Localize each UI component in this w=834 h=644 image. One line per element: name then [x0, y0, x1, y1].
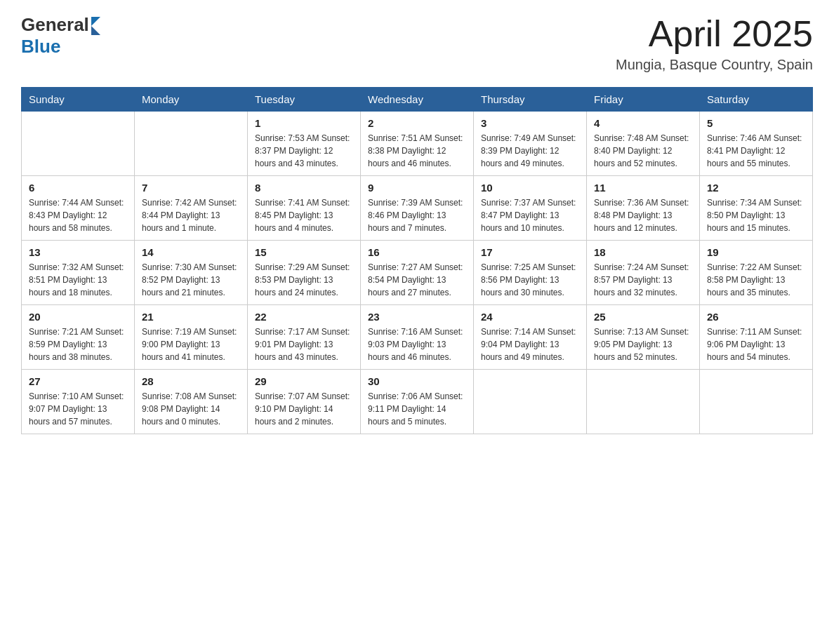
day-info: Sunrise: 7:07 AM Sunset: 9:10 PM Dayligh…	[255, 390, 353, 428]
day-number: 25	[594, 311, 692, 323]
calendar-cell: 24Sunrise: 7:14 AM Sunset: 9:04 PM Dayli…	[474, 305, 587, 370]
calendar-cell: 11Sunrise: 7:36 AM Sunset: 8:48 PM Dayli…	[587, 176, 700, 241]
day-info: Sunrise: 7:36 AM Sunset: 8:48 PM Dayligh…	[594, 196, 692, 234]
calendar-cell: 3Sunrise: 7:49 AM Sunset: 8:39 PM Daylig…	[474, 112, 587, 176]
day-number: 7	[142, 182, 240, 194]
calendar-cell: 15Sunrise: 7:29 AM Sunset: 8:53 PM Dayli…	[248, 241, 361, 305]
day-info: Sunrise: 7:19 AM Sunset: 9:00 PM Dayligh…	[142, 326, 240, 363]
day-info: Sunrise: 7:27 AM Sunset: 8:54 PM Dayligh…	[368, 261, 466, 299]
day-info: Sunrise: 7:11 AM Sunset: 9:06 PM Dayligh…	[707, 326, 805, 363]
day-info: Sunrise: 7:25 AM Sunset: 8:56 PM Dayligh…	[481, 261, 579, 299]
calendar-cell: 14Sunrise: 7:30 AM Sunset: 8:52 PM Dayli…	[135, 241, 248, 305]
day-number: 6	[29, 182, 127, 194]
header-row: Sunday Monday Tuesday Wednesday Thursday…	[22, 88, 813, 112]
day-number: 16	[368, 246, 466, 258]
day-number: 2	[368, 117, 466, 129]
calendar-cell: 16Sunrise: 7:27 AM Sunset: 8:54 PM Dayli…	[361, 241, 474, 305]
title-section: April 2025 Mungia, Basque Country, Spain	[616, 14, 813, 73]
day-number: 28	[142, 375, 240, 387]
day-info: Sunrise: 7:24 AM Sunset: 8:57 PM Dayligh…	[594, 261, 692, 299]
day-info: Sunrise: 7:37 AM Sunset: 8:47 PM Dayligh…	[481, 196, 579, 234]
day-info: Sunrise: 7:46 AM Sunset: 8:41 PM Dayligh…	[707, 132, 805, 170]
day-number: 12	[707, 182, 805, 194]
day-info: Sunrise: 7:51 AM Sunset: 8:38 PM Dayligh…	[368, 132, 466, 170]
calendar-cell: 5Sunrise: 7:46 AM Sunset: 8:41 PM Daylig…	[700, 112, 813, 176]
month-title: April 2025	[616, 14, 813, 54]
day-info: Sunrise: 7:49 AM Sunset: 8:39 PM Dayligh…	[481, 132, 579, 170]
calendar-cell: 1Sunrise: 7:53 AM Sunset: 8:37 PM Daylig…	[248, 112, 361, 176]
day-number: 27	[29, 375, 127, 387]
calendar-cell: 30Sunrise: 7:06 AM Sunset: 9:11 PM Dayli…	[361, 370, 474, 434]
calendar-cell: 10Sunrise: 7:37 AM Sunset: 8:47 PM Dayli…	[474, 176, 587, 241]
calendar-cell: 29Sunrise: 7:07 AM Sunset: 9:10 PM Dayli…	[248, 370, 361, 434]
day-info: Sunrise: 7:29 AM Sunset: 8:53 PM Dayligh…	[255, 261, 353, 299]
day-info: Sunrise: 7:17 AM Sunset: 9:01 PM Dayligh…	[255, 326, 353, 363]
calendar-week-2: 6Sunrise: 7:44 AM Sunset: 8:43 PM Daylig…	[22, 176, 813, 241]
day-number: 11	[594, 182, 692, 194]
logo: General Blue	[21, 14, 100, 58]
day-info: Sunrise: 7:53 AM Sunset: 8:37 PM Dayligh…	[255, 132, 353, 170]
calendar-cell: 22Sunrise: 7:17 AM Sunset: 9:01 PM Dayli…	[248, 305, 361, 370]
page-header: General Blue April 2025 Mungia, Basque C…	[21, 14, 813, 73]
day-info: Sunrise: 7:08 AM Sunset: 9:08 PM Dayligh…	[142, 390, 240, 428]
day-number: 13	[29, 246, 127, 258]
day-info: Sunrise: 7:48 AM Sunset: 8:40 PM Dayligh…	[594, 132, 692, 170]
day-number: 24	[481, 311, 579, 323]
day-number: 22	[255, 311, 353, 323]
calendar-cell: 6Sunrise: 7:44 AM Sunset: 8:43 PM Daylig…	[22, 176, 135, 241]
day-number: 5	[707, 117, 805, 129]
calendar-cell	[700, 370, 813, 434]
day-number: 9	[368, 182, 466, 194]
calendar-cell: 2Sunrise: 7:51 AM Sunset: 8:38 PM Daylig…	[361, 112, 474, 176]
day-info: Sunrise: 7:32 AM Sunset: 8:51 PM Dayligh…	[29, 261, 127, 299]
day-number: 1	[255, 117, 353, 129]
calendar-cell: 9Sunrise: 7:39 AM Sunset: 8:46 PM Daylig…	[361, 176, 474, 241]
calendar-cell: 18Sunrise: 7:24 AM Sunset: 8:57 PM Dayli…	[587, 241, 700, 305]
day-number: 26	[707, 311, 805, 323]
day-number: 8	[255, 182, 353, 194]
col-friday: Friday	[587, 88, 700, 112]
location: Mungia, Basque Country, Spain	[616, 57, 813, 73]
day-number: 17	[481, 246, 579, 258]
day-number: 30	[368, 375, 466, 387]
day-number: 29	[255, 375, 353, 387]
day-number: 15	[255, 246, 353, 258]
day-info: Sunrise: 7:14 AM Sunset: 9:04 PM Dayligh…	[481, 326, 579, 363]
day-info: Sunrise: 7:22 AM Sunset: 8:58 PM Dayligh…	[707, 261, 805, 299]
day-info: Sunrise: 7:21 AM Sunset: 8:59 PM Dayligh…	[29, 326, 127, 363]
calendar-cell: 28Sunrise: 7:08 AM Sunset: 9:08 PM Dayli…	[135, 370, 248, 434]
logo-general: General	[21, 14, 89, 36]
day-number: 14	[142, 246, 240, 258]
day-number: 19	[707, 246, 805, 258]
col-wednesday: Wednesday	[361, 88, 474, 112]
calendar-cell: 8Sunrise: 7:41 AM Sunset: 8:45 PM Daylig…	[248, 176, 361, 241]
calendar-cell: 20Sunrise: 7:21 AM Sunset: 8:59 PM Dayli…	[22, 305, 135, 370]
calendar-cell: 12Sunrise: 7:34 AM Sunset: 8:50 PM Dayli…	[700, 176, 813, 241]
calendar-cell: 27Sunrise: 7:10 AM Sunset: 9:07 PM Dayli…	[22, 370, 135, 434]
calendar-cell: 4Sunrise: 7:48 AM Sunset: 8:40 PM Daylig…	[587, 112, 700, 176]
day-info: Sunrise: 7:06 AM Sunset: 9:11 PM Dayligh…	[368, 390, 466, 428]
calendar-cell: 23Sunrise: 7:16 AM Sunset: 9:03 PM Dayli…	[361, 305, 474, 370]
day-number: 21	[142, 311, 240, 323]
calendar-cell: 7Sunrise: 7:42 AM Sunset: 8:44 PM Daylig…	[135, 176, 248, 241]
calendar-cell: 17Sunrise: 7:25 AM Sunset: 8:56 PM Dayli…	[474, 241, 587, 305]
day-number: 10	[481, 182, 579, 194]
col-sunday: Sunday	[22, 88, 135, 112]
day-number: 23	[368, 311, 466, 323]
calendar-cell: 19Sunrise: 7:22 AM Sunset: 8:58 PM Dayli…	[700, 241, 813, 305]
calendar-week-1: 1Sunrise: 7:53 AM Sunset: 8:37 PM Daylig…	[22, 112, 813, 176]
day-number: 4	[594, 117, 692, 129]
logo-blue: Blue	[21, 36, 60, 58]
calendar-cell	[135, 112, 248, 176]
calendar-cell	[22, 112, 135, 176]
day-info: Sunrise: 7:42 AM Sunset: 8:44 PM Dayligh…	[142, 196, 240, 234]
day-info: Sunrise: 7:30 AM Sunset: 8:52 PM Dayligh…	[142, 261, 240, 299]
day-number: 18	[594, 246, 692, 258]
day-info: Sunrise: 7:41 AM Sunset: 8:45 PM Dayligh…	[255, 196, 353, 234]
day-info: Sunrise: 7:39 AM Sunset: 8:46 PM Dayligh…	[368, 196, 466, 234]
day-number: 20	[29, 311, 127, 323]
calendar-week-3: 13Sunrise: 7:32 AM Sunset: 8:51 PM Dayli…	[22, 241, 813, 305]
day-number: 3	[481, 117, 579, 129]
col-saturday: Saturday	[700, 88, 813, 112]
col-monday: Monday	[135, 88, 248, 112]
